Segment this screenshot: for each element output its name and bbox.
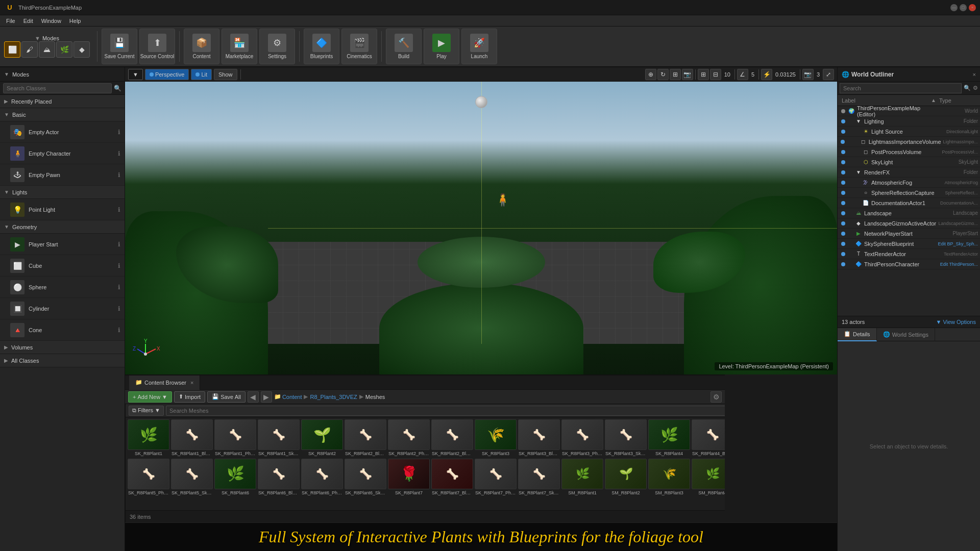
category-lights[interactable]: ▼ Lights <box>0 186 125 199</box>
vis-icon-11[interactable] <box>840 220 847 227</box>
save-all-btn[interactable]: 💾 Save All <box>207 391 246 403</box>
maximize-viewport-btn[interactable]: ⤢ <box>823 69 834 80</box>
foliage-mode-btn[interactable]: 🌿 <box>56 41 72 58</box>
asset-sk-r8plant2-pa[interactable]: 🦴 SK_R8Plant2_PhysicsAsset <box>388 419 430 458</box>
menu-help[interactable]: Help <box>65 15 85 27</box>
category-volumes[interactable]: ▶ Volumes <box>0 341 125 354</box>
maximize-button[interactable]: □ <box>960 4 967 11</box>
marketplace-btn[interactable]: 🏪 Marketplace <box>222 29 257 64</box>
vis-icon-3[interactable] <box>840 138 846 145</box>
actor-empty-pawn[interactable]: 🕹 Empty Pawn ℹ <box>0 164 125 186</box>
scale-btn[interactable]: ⊞ <box>670 69 681 80</box>
cinematics-btn[interactable]: 🎬 Cinematics <box>341 29 377 64</box>
vis-icon-8[interactable] <box>840 189 847 196</box>
settings-btn[interactable]: ⚙ Settings <box>259 29 295 64</box>
angle-snap-btn[interactable]: ∠ <box>737 69 748 80</box>
asset-sk-r8plant2[interactable]: 🌱 SK_R8Plant2 <box>301 419 343 458</box>
lit-btn[interactable]: Lit <box>191 69 212 80</box>
outliner-row-6[interactable]: ▼ RenderFX Folder <box>838 167 980 178</box>
vis-icon-7[interactable] <box>840 179 847 186</box>
asset-sk-r8plant7-bp[interactable]: 🦴 SK_R8Plant7_Blueprint <box>431 459 473 497</box>
outliner-row-3[interactable]: ◻ LightmassImportanceVolume LightmassImp… <box>838 137 980 147</box>
transform-btn[interactable]: ⊕ <box>645 69 656 80</box>
asset-sk-r8plant6[interactable]: 🌿 SK_R8Plant6 <box>214 459 256 497</box>
outliner-row-13[interactable]: 🔷 SkySphereBlueprint Edit BP_Sky_Sph... <box>838 239 980 249</box>
outliner-row-0[interactable]: 🌍 ThirdPersonExampleMap (Editor) World <box>838 106 980 116</box>
outliner-search-input[interactable] <box>840 83 962 93</box>
show-btn[interactable]: Show <box>214 69 237 80</box>
perspective-btn[interactable]: Perspective <box>145 69 189 80</box>
asset-sm-r8plant2[interactable]: 🌱 SM_R8Plant2 <box>605 459 647 497</box>
outliner-row-5[interactable]: ⬡ SkyLight SkyLight <box>838 157 980 167</box>
asset-sk-r8plant7[interactable]: 🌹 SK_R8Plant7 <box>388 459 430 497</box>
path-r8plants[interactable]: R8_Plants_3DVEZ <box>310 394 357 400</box>
category-all-classes[interactable]: ▶ All Classes <box>0 354 125 367</box>
actor-point-light[interactable]: 💡 Point Light ℹ <box>0 199 125 220</box>
asset-sk-r8plant2-bp[interactable]: 🦴 SK_R8Plant2_Blueprint <box>345 419 386 458</box>
actor-cube[interactable]: ⬜ Cube ℹ <box>0 255 125 277</box>
menu-window[interactable]: Window <box>37 15 65 27</box>
outliner-settings-icon[interactable]: ⚙ <box>973 85 978 91</box>
outliner-row-1[interactable]: ▼ Lighting Folder <box>838 116 980 127</box>
asset-sm-r8plant1[interactable]: 🌿 SM_R8Plant1 <box>561 459 603 497</box>
outliner-row-12[interactable]: ▶ NetworkPlayerStart PlayerStart <box>838 229 980 239</box>
outliner-close-btn[interactable]: × <box>973 71 976 78</box>
actor-cylinder[interactable]: 🔲 Cylinder ℹ <box>0 298 125 319</box>
scale-snap-btn[interactable]: ⚡ <box>761 69 772 80</box>
vis-icon-13[interactable] <box>840 240 847 247</box>
rotate-btn[interactable]: ↻ <box>657 69 669 80</box>
actor-empty-actor[interactable]: 🎭 Empty Actor ℹ <box>0 121 125 143</box>
grid-toggle-btn[interactable]: ⊞ <box>698 69 709 80</box>
outliner-row-15[interactable]: 🔷 ThirdPersonCharacter Edit ThirdPerson.… <box>838 259 980 269</box>
asset-sk-r8plant7-sk[interactable]: 🦴 SK_R8Plant7_Skeleton <box>518 459 560 497</box>
vis-icon-10[interactable] <box>840 210 847 217</box>
asset-sk-r8plant4[interactable]: 🌿 SK_R8Plant4 <box>648 419 690 458</box>
launch-btn[interactable]: 🚀 Launch <box>461 29 497 64</box>
search-classes-input[interactable] <box>3 83 112 93</box>
asset-sm-r8plant4[interactable]: 🌿 SM_R8Plant4 <box>692 459 725 497</box>
actor-player-start[interactable]: ▶ Player Start ℹ <box>0 234 125 255</box>
asset-sk-r8plant7-pa[interactable]: 🦴 SK_R8Plant7_PhysicsAsset <box>475 459 517 497</box>
category-geometry[interactable]: ▼ Geometry <box>0 220 125 234</box>
category-recently-placed[interactable]: ▶ Recently Placed <box>0 95 125 108</box>
content-browser-tab[interactable]: 📁 Content Browser × <box>129 375 200 390</box>
asset-sk-r8plant6-sk[interactable]: 🦴 SK_R8Plant6_Skeleton <box>345 459 386 497</box>
add-new-btn[interactable]: + Add New ▼ <box>128 391 172 403</box>
asset-sk-r8plant3-pa[interactable]: 🦴 SK_R8Plant3_PhysicsAsset <box>561 419 603 458</box>
grid-toggle-2[interactable]: ⊟ <box>710 69 721 80</box>
outliner-row-2[interactable]: ☀ Light Source DirectionalLight <box>838 127 980 137</box>
asset-sk-r8plant3[interactable]: 🌾 SK_R8Plant3 <box>475 419 517 458</box>
asset-sk-r8plant5-pa[interactable]: 🦴 SK_R8Plant5_PhysicsAsset <box>128 459 169 497</box>
import-btn[interactable]: ⬆ Import <box>174 391 205 403</box>
viewport[interactable]: 🧍 X Y Z Level: ThirdPersonExampleMap (Pe… <box>125 82 837 374</box>
vis-icon-0[interactable] <box>840 108 847 115</box>
vis-icon-4[interactable] <box>840 148 847 156</box>
content-btn[interactable]: 📦 Content <box>184 29 219 64</box>
asset-sk-r8plant3-bp[interactable]: 🦴 SK_R8Plant3_Blueprint <box>518 419 560 458</box>
cb-tab-close-btn[interactable]: × <box>190 380 193 386</box>
asset-sk-r8plant1-sk[interactable]: 🦴 SK_R8Plant1_Skeleton <box>258 419 300 458</box>
menu-file[interactable]: File <box>2 15 19 27</box>
camera-icon-btn[interactable]: 📷 <box>802 69 814 80</box>
vis-icon-1[interactable] <box>840 118 847 125</box>
vis-icon-6[interactable] <box>840 169 847 176</box>
outliner-row-11[interactable]: ◆ LandscapeGizmoActiveActor LandscapeGiz… <box>838 218 980 229</box>
tab-world-settings[interactable]: 🌐 World Settings <box>877 328 935 341</box>
vis-icon-5[interactable] <box>840 159 847 166</box>
asset-sk-r8plant3-sk[interactable]: 🦴 SK_R8Plant3_Skeleton <box>605 419 647 458</box>
path-content[interactable]: Content <box>282 394 302 400</box>
outliner-view-options-btn[interactable]: ▼ View Options <box>936 319 976 325</box>
asset-sk-r8plant1[interactable]: 🌿 SK_R8Plant1 <box>128 419 169 458</box>
asset-sk-r8plant2-sk[interactable]: 🦴 SK_R8Plant2_Blueprint <box>431 419 473 458</box>
close-button[interactable]: × <box>969 4 976 11</box>
asset-sk-r8plant1-bp[interactable]: 🦴 SK_R8Plant1_Blueprint <box>171 419 213 458</box>
category-basic[interactable]: ▼ Basic <box>0 108 125 121</box>
vp-dropdown-btn[interactable]: ▼ <box>128 69 143 80</box>
save-current-btn[interactable]: 💾 Save Current <box>102 29 137 64</box>
camera-speed-btn[interactable]: 📷 <box>682 69 693 80</box>
actor-empty-character[interactable]: 🧍 Empty Character ℹ <box>0 143 125 164</box>
geometry-mode-btn[interactable]: ◆ <box>74 41 90 58</box>
asset-sk-r8plant1-pa[interactable]: 🦴 SK_R8Plant1_PhysicsAsset <box>214 419 256 458</box>
nav-back-btn[interactable]: ◀ <box>248 391 259 403</box>
outliner-row-8[interactable]: ○ SphereReflectionCapture SphereReflect.… <box>838 188 980 198</box>
